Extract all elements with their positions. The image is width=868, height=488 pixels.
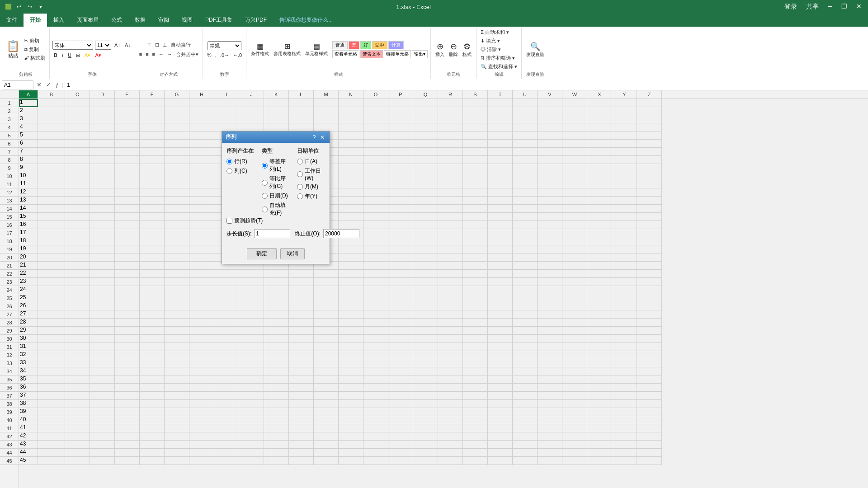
cell-H32[interactable] (189, 351, 214, 359)
cell-T18[interactable] (488, 237, 513, 245)
cell-F39[interactable] (140, 408, 165, 416)
cell-N10[interactable] (339, 172, 363, 180)
cell-P45[interactable] (388, 457, 413, 465)
cell-R24[interactable] (438, 286, 463, 294)
cell-K35[interactable] (264, 375, 289, 384)
cell-R12[interactable] (438, 188, 463, 197)
cell-B23[interactable] (38, 278, 65, 286)
cell-V9[interactable] (538, 164, 562, 172)
cell-Q11[interactable] (413, 180, 438, 188)
cell-S7[interactable] (463, 148, 488, 156)
cell-R31[interactable] (438, 343, 463, 351)
cell-S38[interactable] (463, 400, 488, 408)
dialog-title-bar[interactable]: 序列 ? ✕ (222, 131, 330, 143)
cell-U20[interactable] (513, 253, 538, 262)
cell-T6[interactable] (488, 140, 513, 148)
cell-O5[interactable] (363, 131, 388, 140)
type-linear-radio[interactable] (262, 163, 268, 169)
cell-Z15[interactable] (637, 213, 662, 221)
col-header-E[interactable]: E (115, 90, 140, 99)
cell-X19[interactable] (587, 245, 612, 253)
cell-O32[interactable] (363, 351, 388, 359)
cell-V34[interactable] (538, 367, 562, 375)
cell-C32[interactable] (65, 351, 90, 359)
cell-H21[interactable] (189, 262, 214, 270)
cell-D18[interactable] (90, 237, 115, 245)
cell-X9[interactable] (587, 164, 612, 172)
cell-A28[interactable]: 28 (19, 319, 38, 327)
cell-H12[interactable] (189, 188, 214, 197)
cell-B15[interactable] (38, 213, 65, 221)
cell-X22[interactable] (587, 270, 612, 278)
cell-K25[interactable] (264, 294, 289, 302)
cell-R29[interactable] (438, 327, 463, 335)
cell-O25[interactable] (363, 294, 388, 302)
cell-Z4[interactable] (637, 123, 662, 131)
cell-Z44[interactable] (637, 449, 662, 457)
cell-E34[interactable] (115, 367, 140, 375)
cell-X12[interactable] (587, 188, 612, 197)
cell-G38[interactable] (165, 400, 189, 408)
row-num-24[interactable]: 24 (0, 286, 19, 294)
cell-V14[interactable] (538, 205, 562, 213)
cell-S45[interactable] (463, 457, 488, 465)
cell-U2[interactable] (513, 107, 538, 115)
cell-reference-input[interactable] (2, 80, 33, 89)
cell-D31[interactable] (90, 343, 115, 351)
tab-data[interactable]: 数据 (128, 14, 152, 27)
cell-J29[interactable] (239, 327, 264, 335)
cell-T7[interactable] (488, 148, 513, 156)
cut-button[interactable]: ✂ 剪切 (23, 37, 47, 45)
cell-H28[interactable] (189, 319, 214, 327)
cell-V42[interactable] (538, 432, 562, 441)
cell-N8[interactable] (339, 156, 363, 164)
cell-H1[interactable] (189, 99, 214, 107)
cell-R21[interactable] (438, 262, 463, 270)
cell-P24[interactable] (388, 286, 413, 294)
decrease-font-button[interactable]: A↓ (123, 42, 132, 48)
dialog-close-button[interactable]: ✕ (319, 134, 326, 141)
cell-N7[interactable] (339, 148, 363, 156)
cell-F38[interactable] (140, 400, 165, 408)
formula-cancel-icon[interactable]: ✕ (35, 81, 43, 88)
cell-N13[interactable] (339, 197, 363, 205)
cell-I41[interactable] (214, 424, 239, 432)
cell-R7[interactable] (438, 148, 463, 156)
type-date-radio[interactable] (262, 193, 268, 199)
find-select-button[interactable]: 🔍 查找和选择 ▾ (479, 63, 519, 70)
cell-Y11[interactable] (612, 180, 637, 188)
cell-K43[interactable] (264, 441, 289, 449)
cell-C15[interactable] (65, 213, 90, 221)
merge-center-button[interactable]: 合并居中▾ (175, 51, 200, 58)
cell-W43[interactable] (562, 441, 587, 449)
cell-V6[interactable] (538, 140, 562, 148)
cell-L30[interactable] (289, 335, 314, 343)
cell-U8[interactable] (513, 156, 538, 164)
cell-R34[interactable] (438, 367, 463, 375)
cell-W33[interactable] (562, 359, 587, 367)
cell-H10[interactable] (189, 172, 214, 180)
cell-Z30[interactable] (637, 335, 662, 343)
cell-H11[interactable] (189, 180, 214, 188)
excel-logo-icon[interactable]: 🟩 (4, 2, 13, 11)
cell-J36[interactable] (239, 384, 264, 392)
cell-B13[interactable] (38, 197, 65, 205)
cell-F2[interactable] (140, 107, 165, 115)
cell-E33[interactable] (115, 359, 140, 367)
cell-K44[interactable] (264, 449, 289, 457)
discover-inspect-button[interactable]: 🔍发现查验 (524, 41, 546, 59)
dialog-help-button[interactable]: ? (311, 134, 318, 141)
cell-H15[interactable] (189, 213, 214, 221)
cell-L31[interactable] (289, 343, 314, 351)
cell-P31[interactable] (388, 343, 413, 351)
cell-B7[interactable] (38, 148, 65, 156)
cell-D13[interactable] (90, 197, 115, 205)
cell-V45[interactable] (538, 457, 562, 465)
cell-B6[interactable] (38, 140, 65, 148)
cell-D11[interactable] (90, 180, 115, 188)
cell-E38[interactable] (115, 400, 140, 408)
cell-A3[interactable]: 3 (19, 115, 38, 123)
cell-T39[interactable] (488, 408, 513, 416)
cell-C2[interactable] (65, 107, 90, 115)
cell-K1[interactable] (264, 99, 289, 107)
